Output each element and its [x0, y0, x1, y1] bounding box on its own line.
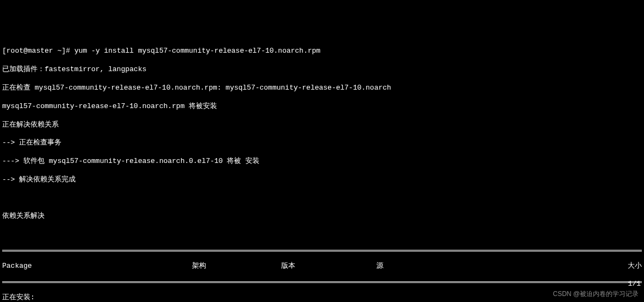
output-line: 依赖关系解决: [2, 212, 642, 221]
table-header-row: Package 架构 版本 源 大小: [2, 262, 642, 271]
blank-line: [2, 230, 642, 240]
header-version: 版本: [281, 262, 376, 271]
output-line: --> 解决依赖关系完成: [2, 175, 642, 185]
output-line: 正在检查 mysql57-community-release-el7-10.no…: [2, 84, 642, 93]
page-count: 1/1: [628, 280, 641, 289]
divider: [2, 250, 642, 251]
installing-label: 正在安装:: [2, 293, 642, 302]
output-line: mysql57-community-release-el7-10.noarch.…: [2, 102, 642, 111]
header-repo: 源: [376, 262, 620, 271]
terminal-output[interactable]: [root@master ~]# yum -y install mysql57-…: [0, 37, 644, 302]
watermark: CSDN @被迫内卷的学习记录: [553, 290, 639, 299]
command-prompt-line: [root@master ~]# yum -y install mysql57-…: [2, 47, 642, 56]
output-line: --> 正在检查事务: [2, 139, 642, 148]
header-package: Package: [2, 262, 192, 271]
divider: [2, 281, 642, 283]
blank-line: [2, 194, 642, 203]
output-line: 已加载插件：fastestmirror, langpacks: [2, 65, 642, 74]
command-text: yum -y install mysql57-community-release…: [75, 47, 320, 55]
header-arch: 架构: [192, 262, 281, 271]
header-size: 大小: [620, 262, 642, 271]
output-line: 正在解决依赖关系: [2, 121, 642, 130]
prompt: [root@master ~]#: [2, 47, 70, 55]
output-line: ---> 软件包 mysql57-community-release.noarc…: [2, 157, 642, 166]
